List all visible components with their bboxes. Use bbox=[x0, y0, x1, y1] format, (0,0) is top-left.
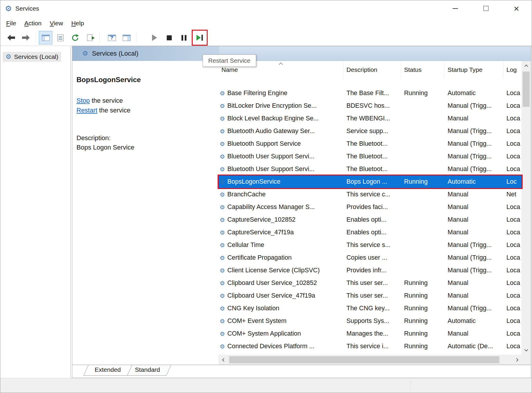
service-name: Clipboard User Service_102852 bbox=[227, 279, 317, 287]
table-row[interactable]: Certificate Propagation Copies user ... … bbox=[219, 251, 522, 264]
stop-icon bbox=[167, 35, 172, 40]
vertical-scroll-track[interactable] bbox=[521, 70, 531, 345]
service-gear-icon bbox=[220, 204, 225, 210]
service-gear-icon bbox=[220, 154, 225, 160]
close-button[interactable]: × bbox=[501, 0, 532, 16]
horizontal-scroll-thumb[interactable] bbox=[229, 356, 499, 363]
table-row[interactable]: Client License Service (ClipSVC) Provide… bbox=[219, 264, 522, 277]
scroll-left-button[interactable] bbox=[219, 355, 228, 365]
tree-item-services-local[interactable]: Services (Local) bbox=[3, 52, 61, 62]
service-name-cell: CaptureService_47f19a bbox=[219, 229, 343, 236]
service-name-cell: Certificate Propagation bbox=[219, 254, 343, 261]
forward-arrow-icon bbox=[22, 34, 30, 41]
table-row[interactable]: Bluetooth User Support Servi... The Blue… bbox=[219, 150, 522, 163]
chevron-left-icon bbox=[222, 358, 226, 362]
help-button[interactable] bbox=[105, 31, 119, 44]
tab-extended[interactable]: Extended bbox=[86, 365, 130, 376]
service-name-cell: Clipboard User Service_102852 bbox=[219, 279, 343, 287]
show-hide-console-tree-button[interactable] bbox=[39, 31, 52, 44]
scroll-right-button[interactable] bbox=[512, 355, 522, 365]
service-log-on-as: Loca bbox=[503, 292, 522, 299]
service-name-cell: Connected Devices Platform ... bbox=[219, 343, 343, 350]
restart-service-button[interactable] bbox=[194, 31, 206, 44]
back-button[interactable] bbox=[4, 31, 18, 44]
table-row[interactable]: CaptureService_47f19a Enables opti... Ma… bbox=[219, 226, 522, 239]
table-row[interactable]: Capability Access Manager S... Provides … bbox=[219, 201, 522, 213]
scroll-up-button[interactable] bbox=[521, 61, 531, 70]
table-row[interactable]: COM+ Event System Supports Sys... Runnin… bbox=[219, 315, 522, 327]
horizontal-scrollbar[interactable] bbox=[219, 355, 522, 365]
list-column-headers: Name Description Status Startup Type Log bbox=[219, 61, 522, 87]
detail-pane: BopsLogonService Stop the service Restar… bbox=[72, 61, 219, 365]
service-description: The WBENGI... bbox=[343, 115, 401, 122]
toolbar-separator bbox=[136, 33, 136, 43]
table-row[interactable]: BopsLogonService Bops Logon ... Running … bbox=[219, 175, 522, 188]
service-description: Manages the... bbox=[343, 330, 401, 337]
export-list-icon bbox=[87, 34, 92, 41]
service-name-cell: Bluetooth Audio Gateway Ser... bbox=[219, 127, 343, 135]
refresh-icon bbox=[71, 34, 79, 42]
tab-standard[interactable]: Standard bbox=[126, 365, 169, 376]
service-status: Running bbox=[401, 305, 445, 312]
pause-service-button[interactable] bbox=[177, 31, 191, 44]
table-row[interactable]: Bluetooth Audio Gateway Ser... Service s… bbox=[219, 125, 522, 137]
maximize-button[interactable] bbox=[471, 0, 501, 16]
start-service-button[interactable] bbox=[148, 31, 161, 44]
column-header-log-on-as[interactable]: Log bbox=[503, 61, 522, 79]
service-startup-type: Manual (Trigg... bbox=[445, 267, 503, 274]
vertical-scroll-thumb[interactable] bbox=[523, 72, 530, 107]
service-name-cell: Base Filtering Engine bbox=[219, 89, 343, 97]
table-row[interactable]: CaptureService_102852 Enables opti... Ma… bbox=[219, 213, 522, 226]
service-gear-icon bbox=[220, 128, 225, 134]
export-list-button[interactable] bbox=[83, 31, 96, 44]
table-row[interactable]: BitLocker Drive Encryption Se... BDESVC … bbox=[219, 100, 522, 112]
menu-view-accesskey: V bbox=[50, 20, 54, 26]
menu-file[interactable]: File bbox=[2, 19, 20, 28]
service-log-on-as: Loca bbox=[503, 254, 522, 261]
service-status: Running bbox=[401, 178, 445, 185]
service-description: Supports Sys... bbox=[343, 317, 401, 325]
restart-service-link[interactable]: Restart bbox=[76, 107, 97, 114]
horizontal-scroll-track[interactable] bbox=[228, 355, 512, 365]
forward-button[interactable] bbox=[19, 31, 33, 44]
table-row[interactable]: Bluetooth Support Service The Bluetoot..… bbox=[219, 137, 522, 150]
service-gear-icon bbox=[220, 268, 225, 273]
stop-service-link[interactable]: Stop bbox=[76, 97, 90, 104]
menu-view[interactable]: View bbox=[46, 19, 67, 28]
table-row[interactable]: BranchCache This service c... Manual Net bbox=[219, 188, 522, 201]
vertical-scrollbar[interactable] bbox=[521, 61, 531, 355]
service-gear-icon bbox=[220, 116, 225, 122]
column-header-startup-type[interactable]: Startup Type bbox=[445, 61, 503, 79]
table-row[interactable]: Block Level Backup Engine Se... The WBEN… bbox=[219, 112, 522, 125]
table-row[interactable]: Cellular Time This service s... Manual (… bbox=[219, 239, 522, 251]
minimize-button[interactable] bbox=[440, 0, 471, 16]
table-row[interactable]: Base Filtering Engine The Base Filt... R… bbox=[219, 87, 522, 100]
menu-help-accesskey: H bbox=[71, 20, 76, 26]
table-row[interactable]: Clipboard User Service_47f19a This user … bbox=[219, 289, 522, 302]
service-startup-type: Manual (Trigg... bbox=[445, 140, 503, 147]
tree-item-label: Services (Local) bbox=[14, 53, 59, 60]
service-name: Bluetooth User Support Servi... bbox=[227, 153, 314, 160]
stop-service-button[interactable] bbox=[162, 31, 176, 44]
column-header-status[interactable]: Status bbox=[401, 61, 445, 79]
main-header: Services (Local) bbox=[72, 46, 531, 61]
service-gear-icon bbox=[220, 293, 225, 299]
table-row[interactable]: COM+ System Application Manages the... R… bbox=[219, 327, 522, 340]
table-row[interactable]: CNG Key Isolation The CNG key... Running… bbox=[219, 302, 522, 315]
menu-help[interactable]: Help bbox=[67, 19, 88, 28]
refresh-button[interactable] bbox=[68, 31, 82, 44]
tooltip-restart-service: Restart Service bbox=[203, 54, 256, 67]
column-header-description[interactable]: Description bbox=[343, 61, 401, 79]
chevron-right-icon bbox=[515, 358, 518, 362]
properties-button[interactable] bbox=[54, 31, 67, 44]
table-row[interactable]: Bluetooth User Support Servi... The Blue… bbox=[219, 163, 522, 175]
table-row[interactable]: Connected Devices Platform ... This serv… bbox=[219, 340, 522, 353]
services-list: Name Description Status Startup Type Log… bbox=[219, 61, 522, 355]
start-icon bbox=[152, 34, 157, 41]
table-row[interactable]: Clipboard User Service_102852 This user … bbox=[219, 277, 522, 289]
service-name: Bluetooth Support Service bbox=[227, 140, 301, 147]
toolbar bbox=[0, 30, 532, 46]
show-hide-action-pane-button[interactable] bbox=[120, 31, 133, 44]
menu-action[interactable]: Action bbox=[20, 19, 46, 28]
scroll-down-button[interactable] bbox=[521, 345, 531, 355]
